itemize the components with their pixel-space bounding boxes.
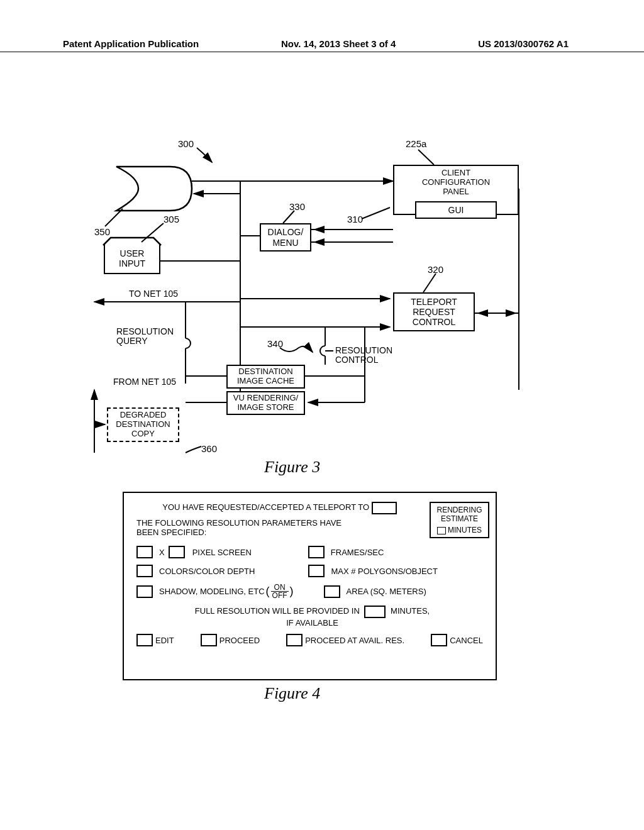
gui-box: GUI (415, 201, 497, 219)
svg-line-5 (362, 208, 390, 219)
minutes-checkbox[interactable] (437, 527, 446, 534)
trapezoid-top-icon (103, 238, 164, 246)
figure-3-caption: Figure 3 (264, 458, 320, 477)
vu-rendering-box: VU RENDERING/ IMAGE STORE (226, 391, 305, 415)
polygons-label: MAX # POLYGONS/OBJECT (331, 567, 438, 576)
svg-line-4 (283, 211, 294, 223)
full-res-line: FULL RESOLUTION WILL BE PROVIDED IN MINU… (136, 606, 488, 628)
edit-label: EDIT (155, 636, 174, 645)
proceed-avail-button[interactable] (286, 634, 303, 646)
client-config-panel: CLIENT CONFIGURATION PANEL (393, 169, 519, 197)
ref-300: 300 (178, 138, 194, 149)
area-input[interactable] (324, 585, 340, 598)
proceed-button[interactable] (201, 634, 217, 646)
polygons-input[interactable] (308, 565, 325, 577)
proceed-label: PROCEED (219, 636, 260, 645)
from-net-label: FROM NET 105 (113, 377, 176, 387)
header-center: Nov. 14, 2013 Sheet 3 of 4 (281, 38, 396, 49)
page-header: Patent Application Publication Nov. 14, … (0, 52, 644, 53)
pixel-width-input[interactable] (136, 546, 153, 558)
ref-350: 350 (94, 226, 110, 237)
ref-225a: 225a (406, 138, 426, 149)
fig4-subtitle: THE FOLLOWING RESOLUTION PARAMETERS HAVE… (136, 518, 363, 537)
full-res-minutes-input[interactable] (364, 606, 386, 618)
client-panel-outer: CLIENT CONFIGURATION PANEL GUI (393, 165, 519, 215)
pixel-height-input[interactable] (169, 546, 185, 558)
header-left: Patent Application Publication (63, 38, 199, 49)
colors-input[interactable] (136, 565, 153, 577)
proceed-avail-label: PROCEED AT AVAIL. RES. (305, 636, 404, 645)
user-input-box: USER INPUT (104, 244, 160, 274)
ref-340: 340 (267, 338, 283, 349)
header-right: US 2013/0300762 A1 (478, 38, 569, 49)
ref-360: 360 (201, 443, 217, 454)
resolution-query-label: RESOLUTION QUERY (116, 327, 174, 346)
to-net-label: TO NET 105 (129, 289, 178, 299)
frames-sec-label: FRAMES/SEC (331, 548, 384, 557)
figure-3-diagram: 300 225a 350 305 330 310 320 340 360 CLI… (79, 138, 569, 472)
cancel-button[interactable] (431, 634, 447, 646)
figure-4-caption: Figure 4 (264, 684, 320, 703)
svg-line-15 (423, 274, 436, 292)
ref-320: 320 (428, 264, 443, 275)
teleport-request-box: TELEPORT REQUEST CONTROL (393, 292, 475, 331)
x-label: X (159, 548, 165, 557)
dialog-menu-box: DIALOG/ MENU (260, 223, 311, 252)
ref-305: 305 (164, 214, 179, 224)
colors-label: COLORS/COLOR DEPTH (159, 567, 255, 576)
fps-input[interactable] (308, 546, 325, 558)
figure-4-dialog: YOU HAVE REQUESTED/ACCEPTED A TELEPORT T… (123, 492, 497, 680)
rendering-estimate-box: RENDERING ESTIMATE MINUTES (430, 502, 489, 538)
ref-310: 310 (347, 214, 363, 224)
shadow-input[interactable] (136, 585, 153, 598)
edit-button[interactable] (136, 634, 153, 646)
degraded-copy-box: DEGRADED DESTINATION COPY (107, 407, 179, 442)
area-label: AREA (SQ. METERS) (347, 587, 426, 596)
on-off-fraction: ON OFF (271, 584, 289, 599)
dest-image-cache-box: DESTINATION IMAGE CACHE (226, 365, 305, 389)
resolution-control-label: RESOLUTION CONTROL (335, 346, 392, 365)
pixel-screen-label: PIXEL SCREEN (192, 548, 252, 557)
cancel-label: CANCEL (450, 636, 483, 645)
shadow-label: SHADOW, MODELING, ETC (159, 587, 265, 596)
ref-330: 330 (289, 201, 305, 212)
